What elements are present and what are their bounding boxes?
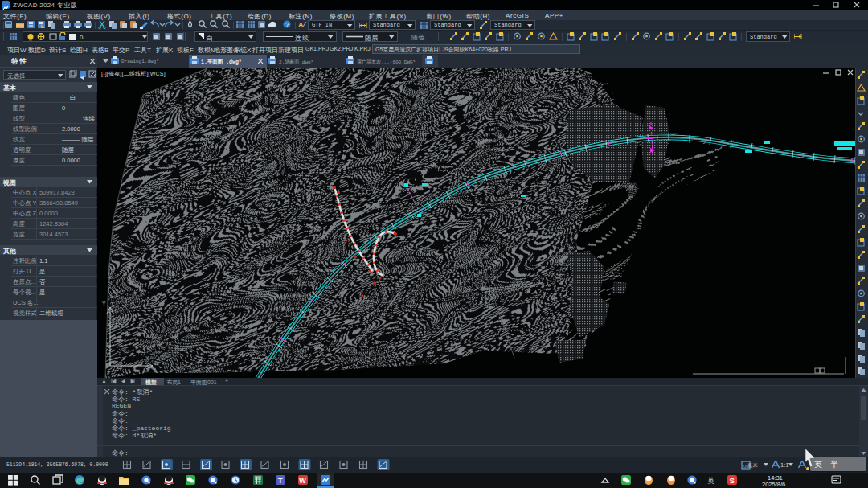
svg-text:W: W bbox=[299, 477, 306, 485]
svg-text:[-][俺视][二维线框][WCS]: [-][俺视][二维线框][WCS] bbox=[101, 71, 166, 77]
svg-text:X: X bbox=[145, 355, 149, 361]
svg-text:英: 英 bbox=[707, 477, 714, 485]
svg-text:T: T bbox=[278, 477, 283, 485]
svg-text:2025/8/6: 2025/8/6 bbox=[762, 481, 785, 488]
svg-text:Y: Y bbox=[102, 301, 106, 306]
svg-text:A: A bbox=[298, 21, 304, 29]
svg-text:S: S bbox=[730, 476, 735, 485]
svg-text:?: ? bbox=[285, 21, 289, 28]
svg-text:0: 0 bbox=[80, 34, 84, 41]
